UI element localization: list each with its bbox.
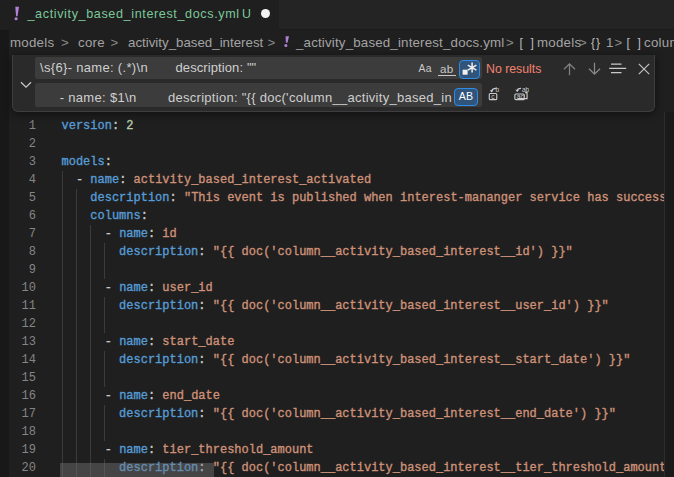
svg-text:b: b — [495, 86, 499, 93]
svg-text:ac: ac — [517, 93, 525, 100]
